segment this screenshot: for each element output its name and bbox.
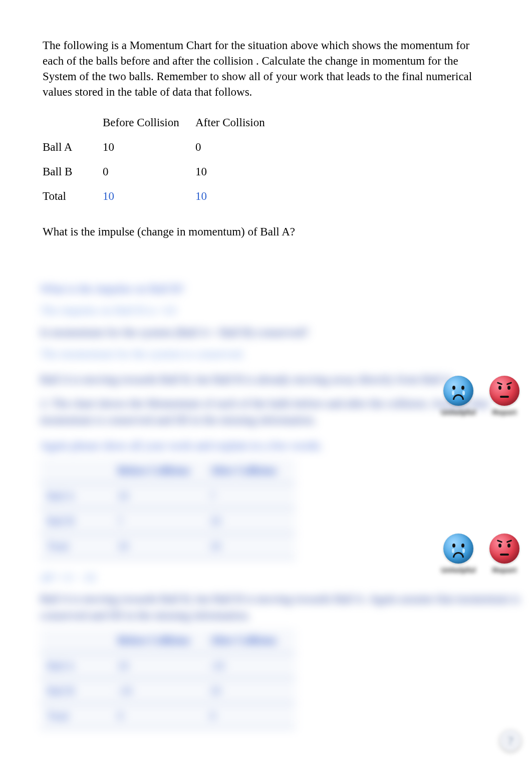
table-header-before: Before Collision — [103, 115, 195, 130]
row-total-before: 10 — [103, 188, 195, 204]
row-ball-b-before: 0 — [103, 164, 195, 179]
obscured-line: What is the impulse on Ball B? — [40, 281, 532, 297]
row-total-label: Total — [43, 188, 103, 204]
momentum-chart-table: Before Collision After Collision Ball A … — [43, 115, 489, 204]
obscured-line: The momentum for the system is conserved… — [40, 346, 532, 362]
obscured-th: After Collision — [203, 458, 296, 483]
obscured-td: 0 — [111, 703, 203, 728]
reaction-bar-1: Unhelpful Report — [441, 376, 522, 416]
obscured-th — [40, 458, 111, 483]
obscured-td: Ball B — [40, 508, 111, 534]
reaction-unhelpful-button[interactable]: Unhelpful — [441, 534, 476, 574]
obscured-td: 10 — [111, 653, 203, 678]
obscured-td: 10 — [203, 508, 296, 534]
reaction-bar-2: Unhelpful Report — [441, 534, 522, 574]
obscured-th: After Collision — [203, 628, 296, 653]
reaction-label: Report — [492, 566, 516, 574]
sad-face-icon — [443, 376, 473, 406]
angry-face-icon — [489, 534, 519, 564]
reaction-label: Unhelpful — [441, 566, 475, 574]
obscured-td: 10 — [111, 483, 203, 508]
obscured-td: 0 — [203, 703, 296, 728]
table-header-after: After Collision — [195, 115, 288, 130]
obscured-td: Ball A — [40, 483, 111, 508]
locked-content-preview: What is the impulse on Ball B? The impul… — [40, 276, 532, 739]
reaction-report-button[interactable]: Report — [487, 376, 522, 416]
obscured-td: Ball B — [40, 678, 111, 703]
row-ball-a-before: 10 — [103, 139, 195, 155]
obscured-line: Ball A is moving towards Ball B, but Bal… — [40, 591, 532, 624]
obscured-line: The impulse on Ball B is +10 — [40, 302, 532, 319]
reaction-report-button[interactable]: Report — [487, 534, 522, 574]
obscured-th: Before Collision — [111, 458, 203, 483]
obscured-td: Ball A — [40, 653, 111, 678]
row-ball-b-after: 10 — [195, 164, 288, 179]
question-mark-icon: ? — [508, 734, 513, 747]
obscured-table-1: Before Collision After Collision Ball A … — [40, 458, 296, 559]
obscured-td: 10 — [111, 534, 203, 559]
obscured-th — [40, 628, 111, 653]
obscured-line: Is momentum for the system (Ball A + Bal… — [40, 324, 532, 341]
row-ball-b-label: Ball B — [43, 164, 103, 179]
angry-face-icon — [489, 376, 519, 406]
obscured-line: Again please show all your work and expl… — [40, 437, 532, 454]
obscured-td: Total — [40, 534, 111, 559]
reaction-label: Report — [492, 408, 516, 416]
question-impulse-ball-a: What is the impulse (change in momentum)… — [43, 224, 489, 239]
reaction-label: Unhelpful — [441, 408, 475, 416]
sad-face-icon — [443, 534, 473, 564]
row-ball-a-after: 0 — [195, 139, 288, 155]
obscured-td: ? — [111, 508, 203, 534]
row-total-after: 10 — [195, 188, 288, 204]
obscured-table-2: Before Collision After Collision Ball A … — [40, 628, 296, 729]
obscured-td: 10 — [203, 534, 296, 559]
obscured-th: Before Collision — [111, 628, 203, 653]
obscured-td: -10 — [203, 653, 296, 678]
obscured-td: Total — [40, 703, 111, 728]
obscured-td: 10 — [203, 678, 296, 703]
obscured-td: -10 — [111, 678, 203, 703]
help-button[interactable]: ? — [500, 730, 521, 751]
table-header-empty — [43, 115, 103, 130]
obscured-td: ? — [203, 483, 296, 508]
row-ball-a-label: Ball A — [43, 139, 103, 155]
intro-paragraph: The following is a Momentum Chart for th… — [43, 38, 488, 100]
reaction-unhelpful-button[interactable]: Unhelpful — [441, 376, 476, 416]
